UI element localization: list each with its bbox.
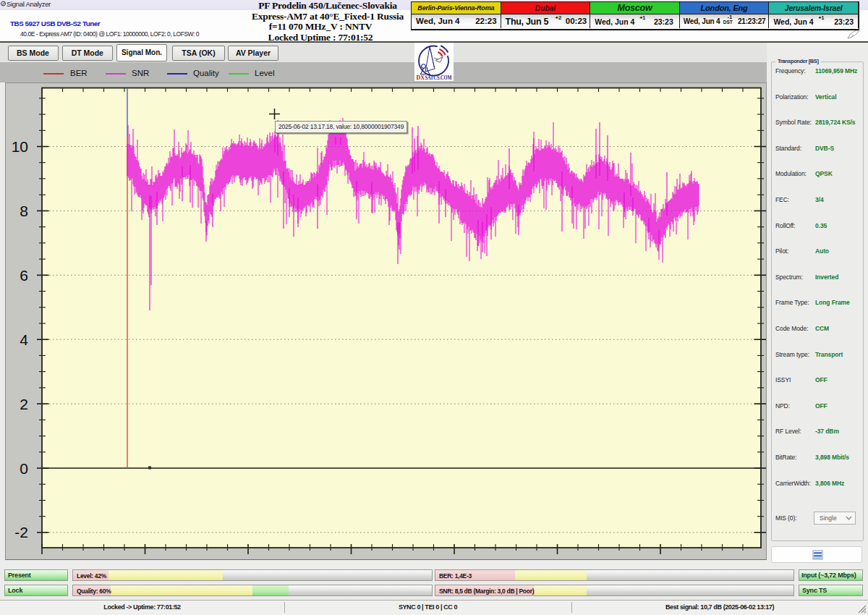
svg-text:6: 6 (20, 267, 28, 284)
svg-text:10: 10 (12, 138, 28, 155)
svg-text:SATCS.COM: SATCS.COM (425, 75, 452, 81)
svg-text:4: 4 (20, 331, 28, 348)
svg-text:2: 2 (20, 396, 28, 412)
svg-text:-2: -2 (14, 524, 28, 540)
svg-text:DX: DX (417, 75, 425, 81)
svg-text:0: 0 (20, 460, 28, 477)
svg-text:8: 8 (20, 203, 28, 219)
